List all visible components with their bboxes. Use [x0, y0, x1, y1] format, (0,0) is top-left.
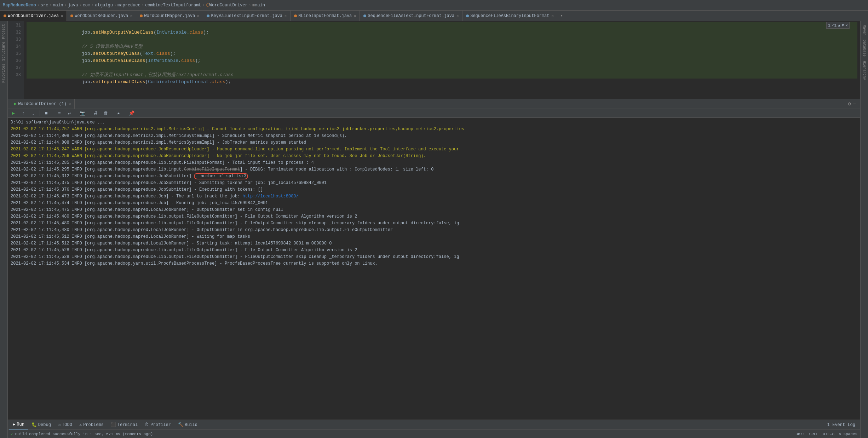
tab-overflow[interactable]: ▾: [557, 13, 565, 18]
event-log-button[interactable]: 1 Event Log: [824, 422, 859, 427]
tab-close-nline[interactable]: ✕: [354, 14, 356, 18]
path-combine: combineTextInputforamt: [145, 3, 201, 8]
code-line-33: // 5 设置最终输出的kV类型: [27, 36, 857, 43]
run-play-button[interactable]: ▶: [10, 110, 17, 117]
tab-wordcountreducer[interactable]: WordCountReducer.java ✕: [67, 11, 136, 21]
log-line-2: 2021-02-02 17:11:44,808 INFO [org.apache…: [11, 133, 857, 139]
sidebar-item-database[interactable]: Database: [862, 38, 867, 59]
bottom-tab-debug[interactable]: 🐛 Debug: [28, 420, 54, 430]
run-stop-button[interactable]: ■: [43, 110, 50, 117]
bottom-tab-terminal[interactable]: ⬛ Terminal: [107, 420, 142, 430]
build-status-text: Build completed successfully in 1 sec, 5…: [15, 432, 153, 436]
find-bar: 1 ✓1 ▲ ▼ ✕: [826, 22, 850, 29]
tab-wordcountmapper[interactable]: WordCountMapper.java ✕: [136, 11, 203, 21]
run-up-button[interactable]: ↑: [20, 110, 27, 117]
run-tab-text: Run: [17, 422, 24, 427]
run-tab-label: WordCountDriver (1): [18, 102, 67, 106]
debug-tab-text: Debug: [38, 422, 51, 427]
track-job-link[interactable]: http://localhost:8080/: [242, 194, 298, 199]
line-num-36: 36: [8, 57, 21, 64]
run-down-button[interactable]: ↓: [30, 110, 37, 117]
cursor-position[interactable]: 36:1: [795, 432, 805, 436]
sidebar-item-favorites[interactable]: Favorites: [1, 62, 6, 84]
tab-close-wordcountmapper[interactable]: ✕: [197, 14, 199, 18]
run-toolbar: ▶ ↑ ↓ ■ ≡ ↵ 📷 🖨 🗑 ★ 📌: [8, 109, 860, 118]
log-command: D:\01_software\java8\bin\java.exe ...: [11, 119, 857, 126]
tab-close-seqtext[interactable]: ✕: [456, 14, 459, 18]
run-trash-button[interactable]: 🗑: [102, 110, 109, 117]
line-ending[interactable]: CRLF: [809, 432, 818, 436]
line-num-32: 32: [8, 29, 21, 36]
code-content[interactable]: job.setMapOutputValueClass(IntWritable.c…: [24, 21, 860, 99]
tab-close-seqbinary[interactable]: ✕: [551, 14, 553, 18]
path-main: main: [53, 3, 63, 8]
debug-tab-icon: 🐛: [31, 422, 37, 427]
indent-setting[interactable]: 4 spaces: [839, 432, 857, 436]
breadcrumb-file[interactable]: WordCountDriver: [209, 3, 248, 8]
run-camera-button[interactable]: 📷: [79, 110, 86, 117]
sidebar-item-project[interactable]: Project: [1, 23, 6, 40]
event-log-text: Event Log: [832, 422, 855, 427]
tab-wordcountdriver[interactable]: WordCountDriver.java ✕: [0, 11, 67, 21]
tab-keyvalue[interactable]: KeyValueTextInputFormat.java ✕: [203, 11, 291, 21]
find-nav-down[interactable]: ▼: [842, 23, 844, 28]
bottom-tab-run[interactable]: ▶ Run: [9, 420, 28, 430]
minimize-icon[interactable]: −: [853, 101, 856, 107]
run-icon: ▶: [14, 101, 17, 106]
todo-tab-icon: ☑: [58, 422, 61, 427]
tab-label-wordcountdriver: WordCountDriver.java: [8, 13, 59, 18]
sidebar-item-structure[interactable]: Structure: [1, 40, 6, 62]
project-name[interactable]: MapReduceDemo: [3, 3, 36, 8]
run-filter-button[interactable]: ≡: [56, 110, 63, 117]
tab-nline[interactable]: NLineInputFormat.java ✕: [291, 11, 360, 21]
sidebar-item-hierarchy[interactable]: Hierarchy: [862, 59, 867, 82]
sidebar-item-maven[interactable]: Maven: [862, 23, 867, 38]
run-output[interactable]: D:\01_software\java8\bin\java.exe ... 20…: [8, 118, 860, 420]
run-sep-4: [89, 110, 89, 116]
run-sep-6: [125, 110, 125, 116]
run-tab-close[interactable]: ✕: [69, 102, 71, 106]
bottom-tab-build[interactable]: 🔨 Build: [174, 420, 201, 430]
bottom-tabs: ▶ Run 🐛 Debug ☑ TODO ⚠ Problems ⬛ Termin…: [8, 420, 860, 430]
run-tab-wordcountdriver[interactable]: ▶ WordCountDriver (1) ✕: [11, 99, 75, 109]
run-pin-button[interactable]: 📌: [128, 110, 135, 117]
path-driver: ⬡: [206, 2, 209, 8]
settings-icon[interactable]: ⚙: [848, 101, 851, 107]
content-area: 31 32 33 34 35 36 37 38 job.setMapOutput…: [8, 21, 860, 438]
bottom-tab-profiler[interactable]: ⏱ Profiler: [141, 420, 174, 430]
event-log-number: 1: [827, 422, 830, 427]
profiler-tab-icon: ⏱: [145, 422, 149, 427]
terminal-tab-icon: ⬛: [111, 422, 116, 427]
bottom-tab-todo[interactable]: ☑ TODO: [54, 420, 76, 430]
find-nav-up[interactable]: ▲: [838, 23, 840, 28]
run-wrap-button[interactable]: ↵: [66, 110, 73, 117]
line-numbers: 31 32 33 34 35 36 37 38: [8, 21, 24, 99]
tab-seqtext[interactable]: SequenceFileAsTextInputFormat.java ✕: [360, 11, 462, 21]
todo-tab-text: TODO: [62, 422, 72, 427]
problems-tab-text: Problems: [83, 422, 104, 427]
run-print-button[interactable]: 🖨: [92, 110, 99, 117]
right-sidebar: Maven Database Hierarchy: [860, 21, 868, 438]
sep1: ›: [37, 3, 40, 8]
find-close[interactable]: ✕: [845, 23, 848, 28]
run-bookmark-button[interactable]: ★: [115, 110, 122, 117]
path-com: com: [83, 3, 91, 8]
run-tab-actions: ⚙ −: [848, 101, 857, 107]
tab-label-seqbinary: SequenceFileAsBinaryInputFormat: [470, 13, 549, 18]
tab-close-wordcountreducer[interactable]: ✕: [130, 14, 132, 18]
code-lines-container: 31 32 33 34 35 36 37 38 job.setMapOutput…: [8, 21, 860, 99]
tab-seqbinary[interactable]: SequenceFileAsBinaryInputFormat ✕: [462, 11, 557, 21]
tab-label-wordcountreducer: WordCountReducer.java: [75, 13, 128, 18]
log-line-14: 2021-02-02 17:11:45,480 INFO [org.apache…: [11, 213, 857, 220]
status-right: 36:1 CRLF UTF-8 4 spaces: [795, 432, 857, 436]
tab-close-keyvalue[interactable]: ✕: [284, 14, 287, 18]
code-line-37: // 如果不设置InputFormat，它默认用的是TextInputForma…: [27, 64, 857, 71]
bottom-tab-problems[interactable]: ⚠ Problems: [76, 420, 107, 430]
line-num-31: 31: [8, 22, 21, 29]
encoding[interactable]: UTF-8: [823, 432, 834, 436]
log-line-3: 2021-02-02 17:11:44,808 INFO [org.apache…: [11, 139, 857, 146]
log-line-16: 2021-02-02 17:11:45,480 INFO [org.apache…: [11, 227, 857, 234]
tab-close-wordcountdriver[interactable]: ✕: [61, 14, 63, 18]
tab-icon-keyvalue: [207, 15, 209, 17]
breadcrumb-method-name[interactable]: main: [255, 3, 265, 8]
